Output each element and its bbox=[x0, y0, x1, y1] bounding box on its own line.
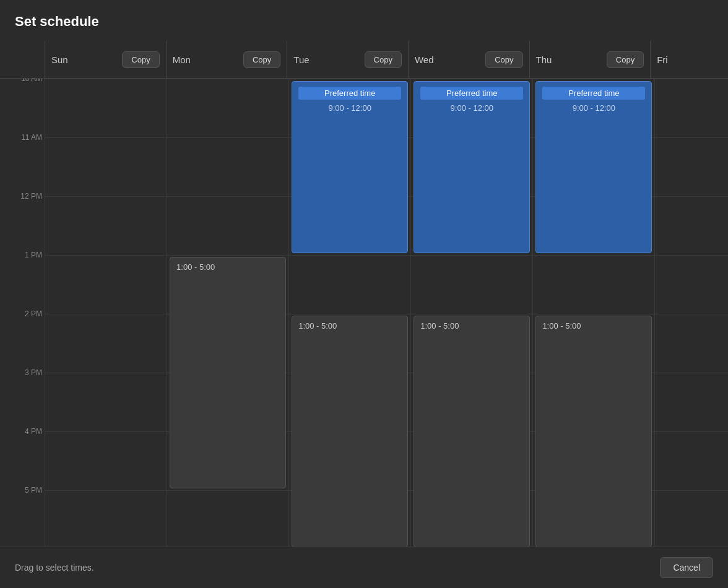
footer: Drag to select times. Cancel bbox=[0, 547, 728, 588]
day-label-wed: Wed bbox=[415, 54, 434, 65]
block-thu-preferred-time: 9:00 - 12:00 bbox=[542, 103, 645, 113]
schedule-wrapper: Sun Copy Mon Copy Tue Copy Wed Copy Thu … bbox=[0, 41, 728, 547]
day-label-sun: Sun bbox=[51, 54, 68, 65]
copy-button-tue[interactable]: Copy bbox=[365, 51, 402, 68]
cancel-button[interactable]: Cancel bbox=[660, 557, 713, 578]
block-thu-preferred[interactable]: Preferred time 9:00 - 12:00 bbox=[535, 81, 652, 253]
block-tue-secondary-time: 1:00 - 5:00 bbox=[298, 321, 401, 331]
day-col-thu: Thu Copy bbox=[529, 41, 651, 78]
day-col-fri: Fri bbox=[650, 41, 728, 78]
time-label-1pm: 1 PM bbox=[0, 251, 42, 259]
block-tue-preferred-time: 9:00 - 12:00 bbox=[298, 103, 401, 113]
days-grid: 1:00 - 5:00 Preferred time 9:00 - 12:00 … bbox=[45, 79, 728, 547]
time-label-4pm: 4 PM bbox=[0, 427, 42, 436]
copy-button-wed[interactable]: Copy bbox=[485, 51, 522, 68]
day-label-mon: Mon bbox=[173, 54, 191, 65]
grid-col-sun[interactable] bbox=[45, 79, 167, 547]
block-thu-secondary-time: 1:00 - 5:00 bbox=[542, 321, 645, 331]
time-gutter-header bbox=[0, 41, 45, 78]
time-label-11am: 11 AM bbox=[0, 133, 42, 142]
block-thu-secondary[interactable]: 1:00 - 5:00 bbox=[535, 316, 652, 547]
block-mon-secondary-time: 1:00 - 5:00 bbox=[176, 262, 279, 272]
block-tue-preferred-label: Preferred time bbox=[298, 87, 401, 100]
copy-button-mon[interactable]: Copy bbox=[243, 51, 280, 68]
day-col-mon: Mon Copy bbox=[166, 41, 287, 78]
copy-button-sun[interactable]: Copy bbox=[122, 51, 159, 68]
copy-button-thu[interactable]: Copy bbox=[607, 51, 644, 68]
block-mon-secondary[interactable]: 1:00 - 5:00 bbox=[170, 257, 286, 488]
footer-hint: Drag to select times. bbox=[15, 563, 94, 573]
grid-col-mon[interactable]: 1:00 - 5:00 bbox=[167, 79, 288, 547]
block-tue-secondary[interactable]: 1:00 - 5:00 bbox=[292, 316, 408, 547]
time-label-2pm: 2 PM bbox=[0, 309, 42, 318]
grid-body: 10 AM 11 AM 12 PM 1 PM 2 PM 3 PM 4 PM 5 … bbox=[0, 79, 728, 547]
block-wed-preferred-label: Preferred time bbox=[420, 87, 523, 100]
time-label-5pm: 5 PM bbox=[0, 486, 42, 495]
time-label-10am: 10 AM bbox=[0, 79, 42, 83]
block-wed-preferred[interactable]: Preferred time 9:00 - 12:00 bbox=[414, 81, 530, 253]
day-label-thu: Thu bbox=[536, 54, 552, 65]
block-tue-preferred[interactable]: Preferred time 9:00 - 12:00 bbox=[292, 81, 408, 253]
day-col-tue: Tue Copy bbox=[287, 41, 408, 78]
time-label-3pm: 3 PM bbox=[0, 368, 42, 377]
grid-col-wed[interactable]: Preferred time 9:00 - 12:00 1:00 - 5:00 bbox=[410, 79, 532, 547]
day-col-wed: Wed Copy bbox=[408, 41, 529, 78]
time-column: 10 AM 11 AM 12 PM 1 PM 2 PM 3 PM 4 PM 5 … bbox=[0, 79, 45, 547]
day-label-fri: Fri bbox=[657, 54, 668, 65]
grid-col-thu[interactable]: Preferred time 9:00 - 12:00 1:00 - 5:00 bbox=[532, 79, 654, 547]
grid-col-fri[interactable] bbox=[654, 79, 728, 547]
block-wed-secondary[interactable]: 1:00 - 5:00 bbox=[414, 316, 530, 547]
modal-title: Set schedule bbox=[0, 0, 728, 41]
block-wed-secondary-time: 1:00 - 5:00 bbox=[420, 321, 523, 331]
time-label-12pm: 12 PM bbox=[0, 192, 42, 201]
schedule-modal: Set schedule Sun Copy Mon Copy Tue Copy … bbox=[0, 0, 728, 588]
block-thu-preferred-label: Preferred time bbox=[542, 87, 645, 100]
day-col-sun: Sun Copy bbox=[45, 41, 166, 78]
day-label-tue: Tue bbox=[293, 54, 309, 65]
block-wed-preferred-time: 9:00 - 12:00 bbox=[420, 103, 523, 113]
header-row: Sun Copy Mon Copy Tue Copy Wed Copy Thu … bbox=[0, 41, 728, 79]
grid-col-tue[interactable]: Preferred time 9:00 - 12:00 1:00 - 5:00 bbox=[288, 79, 410, 547]
